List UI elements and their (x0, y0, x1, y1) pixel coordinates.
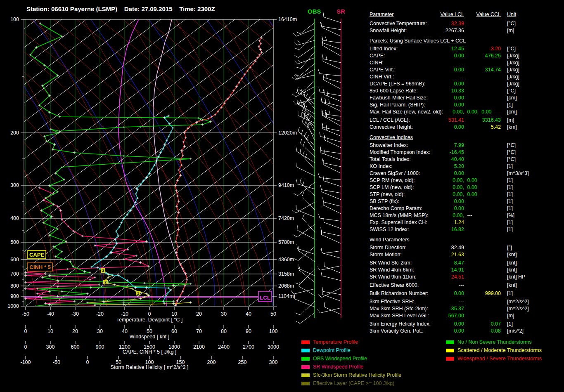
legend-label: Sfc-3km Storm Relative Helicity Profile (313, 372, 401, 378)
legend-swatch (446, 349, 454, 352)
axis-tick-label: 200 (207, 359, 216, 365)
axis-tick-label: -100 (20, 359, 31, 365)
legend-label: Temperature Profile (313, 339, 358, 345)
axis-caption: Storm Relative Helicity [ m^2/s^2 ] (111, 364, 189, 370)
axis-tick-label: 2700 (243, 344, 254, 350)
axis-caption: CAPE, CINH * 5 [ J/kg ] (123, 349, 177, 355)
axis-tick-label: 0 (24, 344, 27, 350)
axis-tick-label: 250 (238, 359, 247, 365)
parameter-table: ParameterValue LCLValue CCLUnitConvectiv… (0, 0, 564, 338)
axis-tick-label: 0 (86, 359, 89, 365)
axis-tick-label: 2400 (218, 344, 230, 350)
legend-label: Widespread / Severe Thunderstorms (457, 356, 542, 361)
legend-label: OBS Windspeed Profile (313, 356, 367, 361)
legend-label: SR Windspeed Profile (313, 364, 363, 370)
legend-swatch (446, 357, 454, 361)
legend-swatch (446, 340, 454, 344)
bottom-axis: -100-50050100150200250300Storm Relative … (20, 356, 277, 370)
axis-tick-label: -50 (53, 359, 60, 365)
legend-swatch (301, 357, 310, 361)
legend-swatch (301, 365, 310, 369)
axis-tick-label: 300 (46, 344, 55, 350)
sounding-app-window: Station: 06610 Payerne (LSMP) Date: 27.0… (0, 0, 564, 392)
legend-swatch (301, 340, 310, 344)
legend-label: Effective Layer (CAPE >= 100 J/kg) (313, 380, 394, 386)
legend-label: Scattered / Moderate Thunderstorms (457, 347, 542, 353)
legend-swatch (301, 373, 310, 377)
axis-tick-label: 3000 (268, 344, 279, 350)
axis-tick-label: 900 (96, 344, 104, 350)
legend-swatch (301, 382, 310, 385)
legend-label: Dewpoint Profile (313, 347, 351, 353)
legend-swatch (301, 349, 310, 352)
axis-tick-label: 2100 (193, 344, 205, 350)
legend-label: No / Non Severe Thunderstorms (457, 339, 532, 345)
bottom-axis: 03006009001200150018002100240027003000CA… (24, 341, 279, 355)
axis-tick-label: 300 (269, 359, 278, 365)
axis-tick-label: 600 (71, 344, 80, 350)
